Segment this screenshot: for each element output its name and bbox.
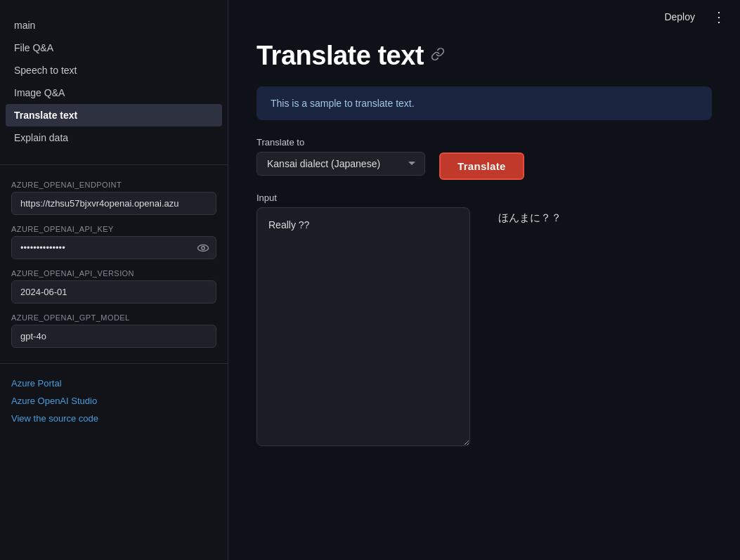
api-version-label: AZURE_OPENAI_API_VERSION xyxy=(11,269,216,278)
info-banner: This is a sample to translate text. xyxy=(257,86,712,120)
link-anchor-icon[interactable] xyxy=(431,47,445,65)
translate-button[interactable]: Translate xyxy=(439,152,524,180)
more-options-icon[interactable]: ⋮ xyxy=(712,10,726,24)
endpoint-label: AZURE_OPENAI_ENDPOINT xyxy=(11,181,216,189)
translate-to-section: Translate to Kansai dialect (Japanese)Ja… xyxy=(257,137,425,176)
sidebar-item-translate-text[interactable]: Translate text xyxy=(6,104,222,126)
sidebar-item-explain-data[interactable]: Explain data xyxy=(0,126,228,149)
api-key-label: AZURE_OPENAI_API_KEY xyxy=(11,225,216,233)
output-section: ほんまに？？ xyxy=(498,193,712,226)
topbar: Deploy ⋮ xyxy=(228,0,740,34)
input-section: Input xyxy=(257,193,470,446)
language-select[interactable]: Kansai dialect (Japanese)JapaneseFrenchS… xyxy=(257,152,425,176)
svg-point-0 xyxy=(198,245,209,251)
sidebar-link-view-source[interactable]: View the source code xyxy=(11,413,216,424)
gpt-model-config: AZURE_OPENAI_GPT_MODEL xyxy=(11,313,216,348)
endpoint-input[interactable] xyxy=(11,192,216,215)
svg-point-1 xyxy=(202,246,205,249)
gpt-model-label: AZURE_OPENAI_GPT_MODEL xyxy=(11,313,216,322)
sidebar-config: AZURE_OPENAI_ENDPOINT AZURE_OPENAI_API_K… xyxy=(0,174,228,355)
sidebar-divider-2 xyxy=(0,363,228,364)
api-key-input[interactable] xyxy=(11,236,216,259)
eye-icon xyxy=(197,242,209,254)
sidebar-divider xyxy=(0,164,228,165)
sidebar-item-speech-to-text[interactable]: Speech to text xyxy=(0,59,228,82)
sidebar-item-image-qa[interactable]: Image Q&A xyxy=(0,82,228,104)
input-textarea[interactable] xyxy=(257,207,470,446)
content-area: Translate text This is a sample to trans… xyxy=(228,34,740,560)
translate-controls: Translate to Kansai dialect (Japanese)Ja… xyxy=(257,137,712,180)
info-banner-text: This is a sample to translate text. xyxy=(271,98,415,109)
sidebar-link-azure-portal[interactable]: Azure Portal xyxy=(11,378,216,389)
deploy-button[interactable]: Deploy xyxy=(658,8,701,25)
api-key-config: AZURE_OPENAI_API_KEY xyxy=(11,225,216,259)
sidebar-nav: mainFile Q&ASpeech to textImage Q&ATrans… xyxy=(0,0,228,156)
output-text: ほんまに？？ xyxy=(498,209,712,226)
page-title: Translate text xyxy=(257,41,424,71)
api-key-wrap xyxy=(11,236,216,259)
toggle-password-button[interactable] xyxy=(197,242,209,254)
gpt-model-input[interactable] xyxy=(11,325,216,348)
input-label: Input xyxy=(257,193,470,203)
endpoint-config: AZURE_OPENAI_ENDPOINT xyxy=(11,181,216,215)
main-content: Deploy ⋮ Translate text This is a sample… xyxy=(228,0,740,560)
translate-to-label: Translate to xyxy=(257,137,425,148)
sidebar-link-azure-openai-studio[interactable]: Azure OpenAI Studio xyxy=(11,396,216,406)
api-version-config: AZURE_OPENAI_API_VERSION xyxy=(11,269,216,304)
io-section: Input ほんまに？？ xyxy=(257,193,712,446)
sidebar: mainFile Q&ASpeech to textImage Q&ATrans… xyxy=(0,0,228,560)
sidebar-item-file-qa[interactable]: File Q&A xyxy=(0,37,228,59)
sidebar-item-main[interactable]: main xyxy=(0,14,228,37)
page-title-row: Translate text xyxy=(257,41,712,71)
api-version-input[interactable] xyxy=(11,280,216,304)
sidebar-links: Azure PortalAzure OpenAI StudioView the … xyxy=(0,372,228,438)
